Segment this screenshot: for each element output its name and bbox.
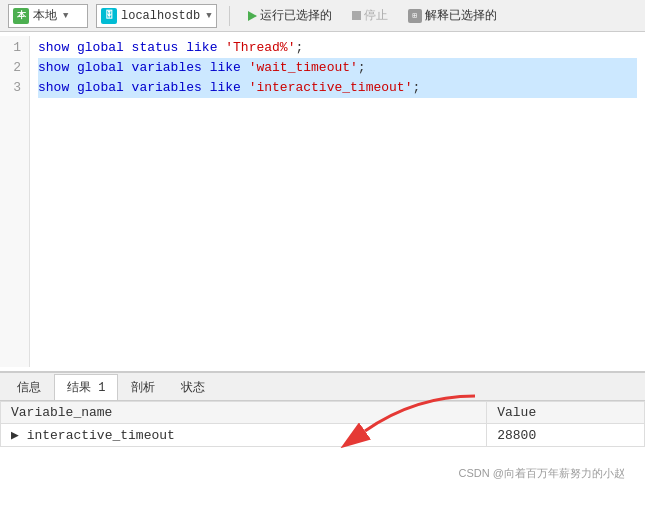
db-label: localhostdb	[121, 9, 200, 23]
watermark: CSDN @向着百万年薪努力的小赵	[459, 466, 625, 481]
string-1: 'Thread%'	[225, 40, 295, 55]
code-line-3: show global variables like 'interactive_…	[38, 78, 637, 98]
main-content: 1 2 3 show global status like 'Thread%';…	[0, 32, 645, 509]
local-db-icon: 本	[13, 8, 29, 24]
semicolon-2: ;	[358, 60, 366, 75]
code-editor[interactable]: show global status like 'Thread%'; show …	[30, 36, 645, 367]
db-selector[interactable]: 🗄 localhostdb ▼	[96, 4, 217, 28]
toolbar: 本 本地 ▼ 🗄 localhostdb ▼ 运行已选择的 停止 ⊞ 解释已选择…	[0, 0, 645, 32]
cell-value: 28800	[487, 424, 645, 447]
results-table: Variable_name Value ▶ interactive_timeou…	[0, 401, 645, 447]
local-label: 本地	[33, 7, 57, 24]
string-3: 'interactive_timeout'	[249, 80, 413, 95]
semicolon-3: ;	[412, 80, 420, 95]
code-line-1: show global status like 'Thread%';	[38, 38, 637, 58]
cell-var-name: ▶ interactive_timeout	[1, 424, 487, 447]
play-icon	[248, 11, 257, 21]
tab-results[interactable]: 结果 1	[54, 374, 118, 400]
stop-label: 停止	[364, 7, 388, 24]
db-chevron-icon: ▼	[206, 11, 211, 21]
bottom-section: 信息 结果 1 剖析 状态 Variable_name Value ▶ inte…	[0, 372, 645, 461]
tab-info[interactable]: 信息	[4, 374, 54, 400]
row-indicator: ▶	[11, 428, 27, 443]
explain-button[interactable]: ⊞ 解释已选择的	[402, 5, 503, 26]
local-chevron-icon: ▼	[63, 11, 68, 21]
editor-area[interactable]: 1 2 3 show global status like 'Thread%';…	[0, 32, 645, 372]
explain-label: 解释已选择的	[425, 7, 497, 24]
col-value: Value	[487, 402, 645, 424]
semicolon-1: ;	[295, 40, 303, 55]
explain-icon: ⊞	[408, 9, 422, 23]
string-2: 'wait_timeout'	[249, 60, 358, 75]
code-line-2: show global variables like 'wait_timeout…	[38, 58, 637, 78]
toolbar-separator	[229, 6, 230, 26]
keyword-2: show global variables like	[38, 60, 249, 75]
keyword-3: show global variables like	[38, 80, 249, 95]
table-header-row: Variable_name Value	[1, 402, 645, 424]
run-button[interactable]: 运行已选择的	[242, 5, 338, 26]
db-icon: 🗄	[101, 8, 117, 24]
local-selector[interactable]: 本 本地 ▼	[8, 4, 88, 28]
stop-button[interactable]: 停止	[346, 5, 394, 26]
bottom-tabs: 信息 结果 1 剖析 状态	[0, 373, 645, 401]
table-row: ▶ interactive_timeout 28800	[1, 424, 645, 447]
results-wrapper: Variable_name Value ▶ interactive_timeou…	[0, 401, 645, 461]
tab-status[interactable]: 状态	[168, 374, 218, 400]
line-numbers: 1 2 3	[0, 36, 30, 367]
tab-profile[interactable]: 剖析	[118, 374, 168, 400]
col-variable-name: Variable_name	[1, 402, 487, 424]
run-label: 运行已选择的	[260, 7, 332, 24]
keyword-1: show global status like	[38, 40, 225, 55]
stop-icon	[352, 11, 361, 20]
